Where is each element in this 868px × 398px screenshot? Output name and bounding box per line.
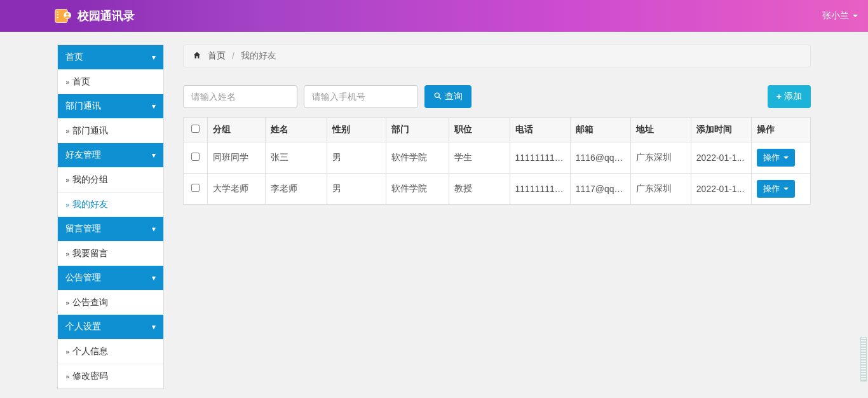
content-panel: 首页 / 我的好友 查询 +添加 xyxy=(183,45,811,205)
sidebar-item-label: 修改密码 xyxy=(72,371,108,382)
cell-phone: 11111111117 xyxy=(510,174,570,205)
plus-icon: + xyxy=(776,92,782,102)
chevron-down-icon: ▾ xyxy=(152,322,156,331)
user-name: 张小兰 xyxy=(822,10,849,22)
row-action-label: 操作 xyxy=(763,152,780,163)
chevron-down-icon: ▾ xyxy=(152,273,156,282)
angle-double-right-icon: » xyxy=(65,348,70,355)
svg-rect-1 xyxy=(57,11,59,13)
sidebar-group-label: 公告管理 xyxy=(65,272,101,284)
cell-dept: 软件学院 xyxy=(386,174,449,205)
cell-title: 学生 xyxy=(449,142,510,174)
sidebar-group-dept[interactable]: 部门通讯 ▾ xyxy=(58,94,163,118)
cell-gender: 男 xyxy=(327,142,386,174)
chevron-down-icon: ▾ xyxy=(152,151,156,160)
row-action-label: 操作 xyxy=(763,183,780,195)
cell-group: 大学老师 xyxy=(208,174,266,205)
friends-table: 分组 姓名 性别 部门 职位 电话 邮箱 地址 添加时间 操作 xyxy=(183,117,811,205)
cell-created: 2022-01-1... xyxy=(691,174,751,205)
home-icon xyxy=(193,51,201,62)
sidebar-item-label: 首页 xyxy=(72,76,90,88)
row-checkbox[interactable] xyxy=(191,153,200,161)
cell-title: 教授 xyxy=(449,174,510,205)
sidebar-item-profile[interactable]: » 个人信息 xyxy=(58,339,163,364)
cell-group: 同班同学 xyxy=(208,142,266,174)
search-icon xyxy=(433,92,442,102)
cell-phone: 11111111116 xyxy=(510,142,570,174)
user-menu[interactable]: 张小兰 xyxy=(822,10,858,22)
sidebar-item-label: 我的分组 xyxy=(72,174,108,186)
sidebar: 首页 ▾ » 首页 部门通讯 ▾ » 部门通讯 好友管理 ▾ » 我的分组 » … xyxy=(57,45,164,389)
name-input[interactable] xyxy=(183,85,297,108)
table-row: 同班同学 张三 男 软件学院 学生 11111111116 1116@qq.co… xyxy=(184,142,811,174)
row-checkbox[interactable] xyxy=(191,184,200,192)
sidebar-group-label: 个人设置 xyxy=(65,321,101,333)
phone-input[interactable] xyxy=(304,85,418,108)
angle-double-right-icon: » xyxy=(65,250,70,257)
add-button-label: 添加 xyxy=(784,91,802,102)
friends-table-wrap: 分组 姓名 性别 部门 职位 电话 邮箱 地址 添加时间 操作 xyxy=(183,117,811,205)
breadcrumb: 首页 / 我的好友 xyxy=(183,45,811,67)
top-navbar: 校园通讯录 张小兰 xyxy=(0,0,868,32)
col-header-group: 分组 xyxy=(208,118,266,142)
cell-gender: 男 xyxy=(327,174,386,205)
col-header-address: 地址 xyxy=(630,118,691,142)
svg-rect-3 xyxy=(57,17,59,18)
col-header-dept: 部门 xyxy=(386,118,449,142)
chevron-down-icon: ▾ xyxy=(152,53,156,62)
angle-double-right-icon: » xyxy=(65,299,70,306)
sidebar-item-label: 我要留言 xyxy=(72,248,108,259)
sidebar-item-leave-message[interactable]: » 我要留言 xyxy=(58,241,163,266)
main-container: 首页 ▾ » 首页 部门通讯 ▾ » 部门通讯 好友管理 ▾ » 我的分组 » … xyxy=(57,45,811,389)
row-action-button[interactable]: 操作 xyxy=(757,180,795,198)
col-header-gender: 性别 xyxy=(327,118,386,142)
angle-double-right-icon: » xyxy=(65,128,70,135)
cell-address: 广东深圳 xyxy=(630,142,691,174)
breadcrumb-separator: / xyxy=(232,51,234,61)
chevron-down-icon xyxy=(783,156,789,159)
col-header-phone: 电话 xyxy=(510,118,570,142)
select-all-checkbox[interactable] xyxy=(191,125,200,133)
sidebar-item-dept-contacts[interactable]: » 部门通讯 xyxy=(58,118,163,143)
chevron-down-icon: ▾ xyxy=(152,102,156,111)
search-toolbar: 查询 +添加 xyxy=(183,85,811,108)
sidebar-group-home[interactable]: 首页 ▾ xyxy=(58,45,163,69)
cell-dept: 软件学院 xyxy=(386,142,449,174)
breadcrumb-current: 我的好友 xyxy=(241,50,276,62)
sidebar-group-label: 部门通讯 xyxy=(65,100,101,112)
sidebar-group-notices[interactable]: 公告管理 ▾ xyxy=(58,266,163,290)
svg-point-6 xyxy=(435,93,439,97)
sidebar-group-messages[interactable]: 留言管理 ▾ xyxy=(58,217,163,241)
breadcrumb-root[interactable]: 首页 xyxy=(208,50,226,62)
angle-double-right-icon: » xyxy=(65,177,70,184)
sidebar-item-change-password[interactable]: » 修改密码 xyxy=(58,364,163,388)
add-button[interactable]: +添加 xyxy=(768,85,811,108)
sidebar-item-my-groups[interactable]: » 我的分组 xyxy=(58,167,163,192)
svg-line-7 xyxy=(439,97,442,99)
query-button-label: 查询 xyxy=(445,91,463,102)
brand[interactable]: 校园通讯录 xyxy=(55,7,135,25)
col-header-actions: 操作 xyxy=(751,118,810,142)
chevron-down-icon xyxy=(853,15,858,17)
sidebar-item-my-friends[interactable]: » 我的好友 xyxy=(58,192,163,217)
col-header-name: 姓名 xyxy=(265,118,327,142)
sidebar-item-label: 部门通讯 xyxy=(72,125,108,137)
cell-email: 1116@qq.com xyxy=(570,142,630,174)
angle-double-right-icon: » xyxy=(65,79,70,86)
col-header-checkbox xyxy=(184,118,208,142)
query-button[interactable]: 查询 xyxy=(424,85,471,108)
sidebar-group-friends[interactable]: 好友管理 ▾ xyxy=(58,143,163,167)
sidebar-item-home[interactable]: » 首页 xyxy=(58,69,163,94)
cell-name: 李老师 xyxy=(265,174,327,205)
angle-double-right-icon: » xyxy=(65,373,70,380)
sidebar-group-settings[interactable]: 个人设置 ▾ xyxy=(58,315,163,339)
sidebar-item-notice-query[interactable]: » 公告查询 xyxy=(58,290,163,315)
chevron-down-icon: ▾ xyxy=(152,224,156,233)
scrollbar-indicator xyxy=(860,337,867,381)
table-row: 大学老师 李老师 男 软件学院 教授 11111111117 1117@qq.c… xyxy=(184,174,811,205)
sidebar-group-label: 留言管理 xyxy=(65,223,101,235)
sidebar-group-label: 好友管理 xyxy=(65,149,101,161)
row-action-button[interactable]: 操作 xyxy=(757,149,795,167)
cell-created: 2022-01-1... xyxy=(691,142,751,174)
svg-point-5 xyxy=(66,13,69,15)
